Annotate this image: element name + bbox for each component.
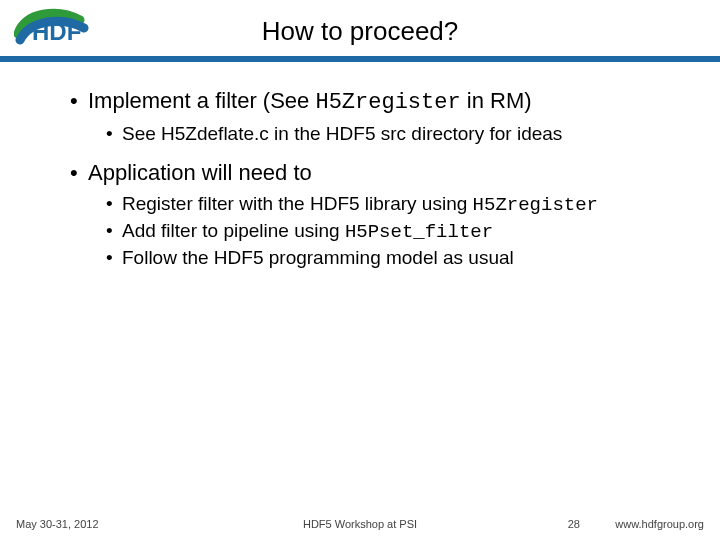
bullet-icon: • xyxy=(70,160,88,186)
text-fragment: in RM) xyxy=(461,88,532,113)
sub-bullet-group: • Register filter with the HDF5 library … xyxy=(106,192,670,270)
sub-bullet-group: • See H5Zdeflate.c in the HDF5 src direc… xyxy=(106,122,670,146)
bullet-text: Add filter to pipeline using H5Pset_filt… xyxy=(122,219,493,244)
bullet-icon: • xyxy=(106,219,122,244)
bullet-text: See H5Zdeflate.c in the HDF5 src directo… xyxy=(122,122,562,146)
bullet-icon: • xyxy=(106,192,122,217)
slide-title: How to proceed? xyxy=(0,16,720,47)
bullet-level2: • Add filter to pipeline using H5Pset_fi… xyxy=(106,219,670,244)
bullet-text: Follow the HDF5 programming model as usu… xyxy=(122,246,514,270)
bullet-level1: • Application will need to xyxy=(70,160,670,186)
footer-title: HDF5 Workshop at PSI xyxy=(0,518,720,530)
bullet-icon: • xyxy=(106,246,122,270)
code-fragment: H5Pset_filter xyxy=(345,221,493,243)
bullet-icon: • xyxy=(70,88,88,116)
text-fragment: Implement a filter (See xyxy=(88,88,315,113)
slide: HDF How to proceed? • Implement a filter… xyxy=(0,0,720,540)
text-fragment: Add filter to pipeline using xyxy=(122,220,345,241)
bullet-text: Application will need to xyxy=(88,160,312,186)
bullet-level2: • Follow the HDF5 programming model as u… xyxy=(106,246,670,270)
bullet-icon: • xyxy=(106,122,122,146)
bullet-level2: • See H5Zdeflate.c in the HDF5 src direc… xyxy=(106,122,670,146)
footer-page-number: 28 xyxy=(568,518,580,530)
bullet-text: Register filter with the HDF5 library us… xyxy=(122,192,598,217)
content: • Implement a filter (See H5Zregister in… xyxy=(70,88,670,284)
bullet-level1: • Implement a filter (See H5Zregister in… xyxy=(70,88,670,116)
code-fragment: H5Zregister xyxy=(315,90,460,115)
text-fragment: Register filter with the HDF5 library us… xyxy=(122,193,473,214)
header: HDF How to proceed? xyxy=(0,0,720,56)
bullet-text: Implement a filter (See H5Zregister in R… xyxy=(88,88,532,116)
title-underline xyxy=(0,56,720,62)
bullet-level2: • Register filter with the HDF5 library … xyxy=(106,192,670,217)
footer-url: www.hdfgroup.org xyxy=(615,518,704,530)
code-fragment: H5Zregister xyxy=(473,194,598,216)
